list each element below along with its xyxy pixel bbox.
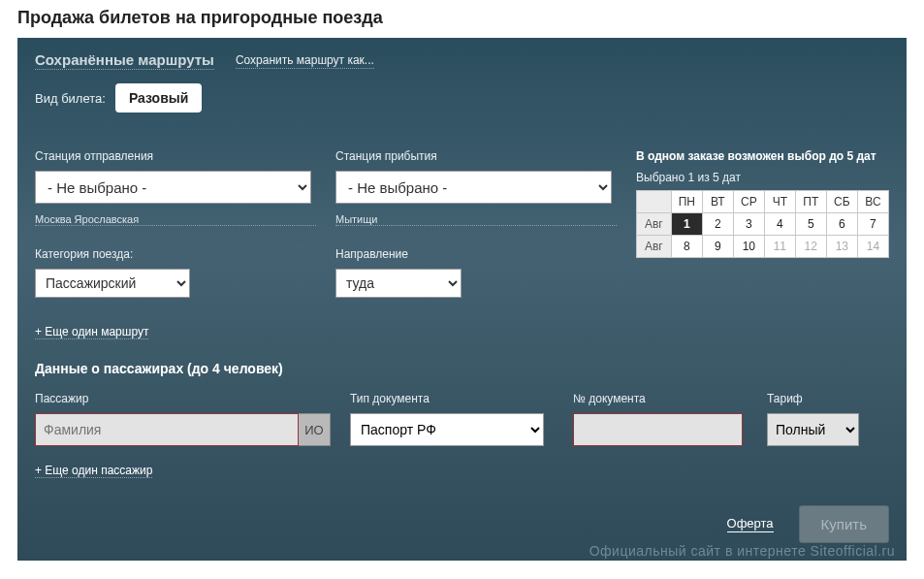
- weekday-thu: ЧТ: [764, 191, 795, 213]
- tariff-label: Тариф: [767, 392, 864, 405]
- departure-label: Станция отправления: [35, 149, 316, 163]
- ticket-type-button[interactable]: Разовый: [115, 83, 202, 113]
- surname-input[interactable]: [35, 413, 299, 446]
- tariff-select[interactable]: Полный: [767, 413, 859, 446]
- oferta-link[interactable]: Оферта: [727, 516, 774, 532]
- date-cell[interactable]: 2: [703, 213, 734, 236]
- footer-row: Оферта Купить: [35, 505, 889, 543]
- doc-num-input[interactable]: [573, 413, 743, 446]
- departure-select[interactable]: - Не выбрано -: [35, 171, 311, 204]
- page-title: Продажа билетов на пригородные поезда: [0, 0, 924, 38]
- date-cell[interactable]: 1: [671, 213, 702, 236]
- calendar-row: Авг 8 9 10 11 12 13 14: [637, 236, 889, 258]
- passenger-label: Пассажир: [35, 392, 331, 405]
- ticket-type-row: Вид билета: Разовый: [35, 83, 889, 113]
- month-cell: Авг: [637, 213, 672, 236]
- month-cell: Авг: [637, 236, 672, 258]
- io-button[interactable]: ИО: [299, 413, 331, 446]
- arrival-label: Станция прибытия: [335, 149, 617, 163]
- departure-hint[interactable]: Москва Ярославская: [35, 213, 316, 226]
- arrival-column: Станция прибытия - Не выбрано - Мытищи Н…: [335, 149, 617, 298]
- weekday-wed: СР: [733, 191, 764, 213]
- calendar-corner: [637, 191, 672, 213]
- date-cell[interactable]: 8: [671, 236, 702, 258]
- saved-routes-link[interactable]: Сохранённые маршруты: [35, 51, 214, 70]
- doc-type-select[interactable]: Паспорт РФ: [350, 413, 544, 446]
- date-cell[interactable]: 13: [826, 236, 857, 258]
- tariff-col: Тариф Полный: [767, 392, 864, 446]
- calendar-header-row: ПН ВТ СР ЧТ ПТ СБ ВС: [637, 191, 889, 213]
- arrival-select[interactable]: - Не выбрано -: [335, 171, 612, 204]
- calendar-row: Авг 1 2 3 4 5 6 7: [637, 213, 889, 236]
- watermark: Официальный сайт в интернете Siteofficia…: [589, 543, 895, 559]
- weekday-fri: ПТ: [795, 191, 826, 213]
- doc-num-label: № документа: [573, 392, 748, 405]
- dates-column: В одном заказе возможен выбор до 5 дат В…: [636, 149, 889, 298]
- dates-info: В одном заказе возможен выбор до 5 дат: [636, 149, 889, 163]
- passengers-title: Данные о пассажирах (до 4 человек): [35, 361, 889, 376]
- add-route-link[interactable]: + Еще один маршрут: [35, 325, 148, 339]
- date-cell[interactable]: 12: [795, 236, 826, 258]
- date-cell[interactable]: 9: [703, 236, 734, 258]
- direction-label: Направление: [335, 247, 617, 261]
- passenger-col: Пассажир ИО: [35, 392, 331, 446]
- weekday-sat: СБ: [826, 191, 857, 213]
- weekday-sun: ВС: [857, 191, 888, 213]
- category-select[interactable]: Пассажирский: [35, 269, 190, 298]
- date-cell[interactable]: 5: [795, 213, 826, 236]
- date-cell[interactable]: 3: [733, 213, 764, 236]
- passenger-input-wrap: ИО: [35, 413, 331, 446]
- date-cell[interactable]: 6: [826, 213, 857, 236]
- doc-num-col: № документа: [573, 392, 748, 446]
- top-links: Сохранённые маршруты Сохранить маршрут к…: [35, 51, 889, 70]
- weekday-tue: ВТ: [703, 191, 734, 213]
- ticket-type-label: Вид билета:: [35, 91, 106, 106]
- save-route-as-link[interactable]: Сохранить маршрут как...: [236, 53, 374, 69]
- date-cell[interactable]: 14: [857, 236, 888, 258]
- date-cell[interactable]: 10: [733, 236, 764, 258]
- date-cell[interactable]: 7: [857, 213, 888, 236]
- date-cell[interactable]: 11: [764, 236, 795, 258]
- weekday-mon: ПН: [671, 191, 702, 213]
- main-row: Станция отправления - Не выбрано - Москв…: [35, 149, 889, 298]
- dates-selected: Выбрано 1 из 5 дат: [636, 171, 889, 184]
- arrival-hint[interactable]: Мытищи: [335, 213, 617, 226]
- buy-button[interactable]: Купить: [799, 505, 889, 543]
- direction-select[interactable]: туда: [335, 269, 462, 298]
- add-passenger-link[interactable]: + Еще один пассажир: [35, 464, 152, 478]
- category-label: Категория поезда:: [35, 247, 316, 261]
- date-cell[interactable]: 4: [764, 213, 795, 236]
- passenger-row: Пассажир ИО Тип документа Паспорт РФ № д…: [35, 392, 889, 446]
- booking-panel: Сохранённые маршруты Сохранить маршрут к…: [17, 38, 907, 561]
- doc-type-label: Тип документа: [350, 392, 554, 405]
- departure-column: Станция отправления - Не выбрано - Москв…: [35, 149, 316, 298]
- calendar-table: ПН ВТ СР ЧТ ПТ СБ ВС Авг 1 2 3 4 5 6 7: [636, 190, 889, 258]
- doc-type-col: Тип документа Паспорт РФ: [350, 392, 554, 446]
